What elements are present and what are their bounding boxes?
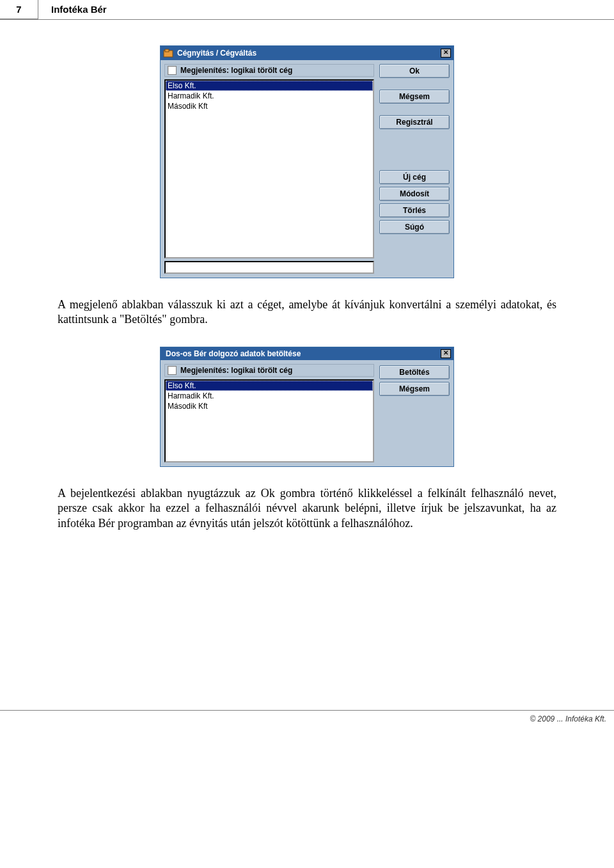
paragraph-1: A megjelenő ablakban válasszuk ki azt a … [58,297,556,327]
modify-button[interactable]: Módosít [379,187,450,201]
help-button[interactable]: Súgó [379,220,450,234]
list-item[interactable]: Elso Kft. [166,81,373,91]
show-deleted-label: Megjelenítés: logikai törölt cég [180,66,292,75]
app-icon [163,48,173,58]
register-button[interactable]: Regisztrál [379,115,450,129]
list-item[interactable]: Elso Kft. [166,381,373,391]
load-button[interactable]: Betöltés [379,365,450,379]
close-icon[interactable]: ✕ [441,49,451,58]
company-listbox[interactable]: Elso Kft. Harmadik Kft. Második Kft [164,379,374,462]
new-company-button[interactable]: Új cég [379,170,450,184]
show-deleted-checkbox-row: Megjelenítés: logikai törölt cég [164,64,374,77]
list-item[interactable]: Második Kft [166,401,373,411]
ok-button[interactable]: Ok [379,64,450,78]
dialog-dos-import: Dos-os Bér dolgozó adatok betöltése ✕ Me… [160,347,454,467]
paragraph-2: A bejelentkezési ablakban nyugtázzuk az … [58,486,556,531]
delete-button[interactable]: Törlés [379,203,450,217]
list-item[interactable]: Második Kft [166,101,373,111]
titlebar[interactable]: Cégnyitás / Cégváltás ✕ [161,46,453,60]
dialog-company-open: Cégnyitás / Cégváltás ✕ Megjelenítés: lo… [160,45,454,278]
cancel-button[interactable]: Mégsem [379,90,450,104]
page-header: 7 Infotéka Bér [0,0,614,20]
list-item[interactable]: Harmadik Kft. [166,391,373,401]
dialog-title: Dos-os Bér dolgozó adatok betöltése [166,349,441,358]
close-icon[interactable]: ✕ [441,349,451,358]
show-deleted-checkbox[interactable] [168,66,177,75]
filter-input[interactable] [164,261,374,274]
show-deleted-checkbox-row: Megjelenítés: logikai törölt cég [164,364,374,377]
cancel-button[interactable]: Mégsem [379,382,450,396]
list-item[interactable]: Harmadik Kft. [166,91,373,101]
company-listbox[interactable]: Elso Kft. Harmadik Kft. Második Kft [164,79,374,258]
show-deleted-checkbox[interactable] [168,366,177,375]
page-title: Infotéka Bér [38,0,120,19]
show-deleted-label: Megjelenítés: logikai törölt cég [180,366,292,375]
page-footer: © 2009 ... Infotéka Kft. [0,710,614,730]
page-number: 7 [0,0,38,19]
titlebar[interactable]: Dos-os Bér dolgozó adatok betöltése ✕ [161,347,453,360]
dialog-title: Cégnyitás / Cégváltás [177,49,441,58]
svg-rect-1 [165,49,169,52]
